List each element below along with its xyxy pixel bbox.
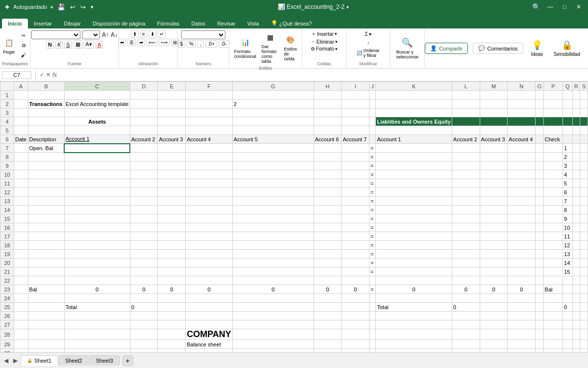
cell-B15[interactable] <box>28 214 64 223</box>
cell-H21[interactable] <box>314 267 342 276</box>
cell-K3[interactable] <box>376 108 452 117</box>
cell-R30[interactable] <box>572 349 580 353</box>
row-number[interactable]: 24 <box>0 294 14 303</box>
cell-E4[interactable] <box>158 117 186 126</box>
cell-M6[interactable]: Account 3 <box>480 135 508 144</box>
cell-P25[interactable] <box>543 303 563 312</box>
cell-D5[interactable] <box>130 126 158 135</box>
align-bottom-btn[interactable]: ⬇ <box>148 30 156 38</box>
format-dropdown[interactable]: ▾ <box>335 47 338 52</box>
cell-M7[interactable] <box>480 144 508 153</box>
cell-G7[interactable] <box>232 144 314 153</box>
cell-N23[interactable]: 0 <box>508 285 536 294</box>
cell-P12[interactable] <box>543 188 563 197</box>
cell-I9[interactable] <box>342 161 369 170</box>
cell-H29[interactable] <box>314 340 342 349</box>
cell-M29[interactable] <box>480 340 508 349</box>
cell-J17[interactable]: = <box>369 232 376 241</box>
cell-M14[interactable] <box>480 206 508 214</box>
cell-B14[interactable] <box>28 206 64 214</box>
indent-dec-btn[interactable]: ⟸ <box>147 39 157 46</box>
cell-N14[interactable] <box>508 206 536 214</box>
cell-C24[interactable] <box>64 294 130 303</box>
cell-P6[interactable]: Check <box>543 135 563 144</box>
cell-G17[interactable] <box>232 232 314 241</box>
cell-H18[interactable] <box>314 241 342 250</box>
cell-A5[interactable] <box>14 126 28 135</box>
cell-O4[interactable] <box>536 117 543 126</box>
cell-J16[interactable]: = <box>369 223 376 232</box>
cell-I19[interactable] <box>342 250 369 259</box>
cell-G24[interactable] <box>232 294 314 303</box>
cell-N1[interactable] <box>508 91 536 100</box>
tab-disposicion[interactable]: Disposición de página <box>87 19 151 28</box>
cell-F21[interactable] <box>186 267 233 276</box>
cell-J2[interactable] <box>369 100 376 108</box>
cell-A28[interactable] <box>14 329 28 340</box>
cell-K15[interactable] <box>376 214 452 223</box>
cell-E10[interactable] <box>158 170 186 179</box>
cell-B4[interactable] <box>28 117 64 126</box>
cell-K19[interactable] <box>376 250 452 259</box>
cell-F12[interactable] <box>186 188 233 197</box>
fill-btn[interactable]: ↓ <box>365 39 371 46</box>
cell-R9[interactable] <box>572 161 580 170</box>
cell-D2[interactable] <box>130 100 158 108</box>
cell-E20[interactable] <box>158 259 186 267</box>
cell-B23[interactable]: Bal <box>28 285 64 294</box>
cell-L19[interactable] <box>452 250 480 259</box>
cell-R2[interactable] <box>572 100 580 108</box>
cell-M20[interactable] <box>480 259 508 267</box>
cell-N28[interactable] <box>508 329 536 340</box>
sheet-tab-sheet1[interactable]: 🔒 Sheet1 <box>21 355 58 366</box>
sort-filter-btn[interactable]: 🔃 Ordenary filtrar <box>355 47 381 59</box>
cell-G1[interactable] <box>232 91 314 100</box>
cell-R13[interactable] <box>572 197 580 206</box>
cell-F22[interactable] <box>186 276 233 285</box>
insert-btn[interactable]: Insertar <box>317 31 334 37</box>
underline-btn[interactable]: S <box>64 41 72 49</box>
cell-L22[interactable] <box>452 276 480 285</box>
cell-F23[interactable]: 0 <box>186 285 233 294</box>
cell-C14[interactable] <box>64 206 130 214</box>
cell-B6[interactable]: Description <box>28 135 64 144</box>
cell-D8[interactable] <box>130 153 158 161</box>
cell-F24[interactable] <box>186 294 233 303</box>
cell-S30[interactable] <box>580 349 588 353</box>
cell-N7[interactable] <box>508 144 536 153</box>
cell-P16[interactable] <box>543 223 563 232</box>
cell-O21[interactable] <box>536 267 543 276</box>
cell-L24[interactable] <box>452 294 480 303</box>
cell-F13[interactable] <box>186 197 233 206</box>
col-L[interactable]: L <box>452 82 480 91</box>
cell-P19[interactable] <box>543 250 563 259</box>
cell-G11[interactable] <box>232 179 314 188</box>
cell-J25[interactable] <box>369 303 376 312</box>
row-number[interactable]: 12 <box>0 188 14 197</box>
cell-C10[interactable] <box>64 170 130 179</box>
cell-K9[interactable] <box>376 161 452 170</box>
cell-J28[interactable] <box>369 329 376 340</box>
row-number[interactable]: 30 <box>0 349 14 353</box>
cell-S14[interactable] <box>580 206 588 214</box>
cell-C9[interactable] <box>64 161 130 170</box>
cell-M19[interactable] <box>480 250 508 259</box>
cell-C28[interactable] <box>64 329 130 340</box>
cell-O3[interactable] <box>536 108 543 117</box>
cell-B13[interactable] <box>28 197 64 206</box>
cell-P24[interactable] <box>543 294 563 303</box>
row-number[interactable]: 16 <box>0 223 14 232</box>
cell-I3[interactable] <box>342 108 369 117</box>
cell-A22[interactable] <box>14 276 28 285</box>
cell-F9[interactable] <box>186 161 233 170</box>
cell-H8[interactable] <box>314 153 342 161</box>
cell-R19[interactable] <box>572 250 580 259</box>
cell-G12[interactable] <box>232 188 314 197</box>
cell-Q23[interactable] <box>563 285 572 294</box>
cell-R3[interactable] <box>572 108 580 117</box>
comma-btn[interactable]: , <box>197 40 204 48</box>
cell-F29[interactable]: Balance sheet <box>186 340 233 349</box>
row-number[interactable]: 11 <box>0 179 14 188</box>
col-P[interactable]: P <box>543 82 563 91</box>
share-button[interactable]: 👤 Compartir <box>425 43 468 54</box>
